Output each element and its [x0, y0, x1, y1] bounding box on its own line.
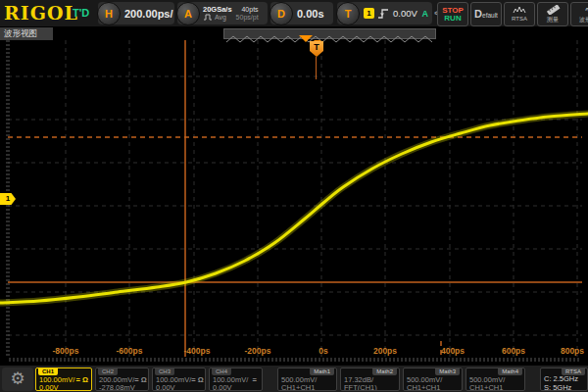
ch3-coupling-icon: =	[191, 376, 195, 384]
time-axis-label: 400ps	[441, 346, 465, 356]
waveform-draw-button[interactable]: ∿+ 波形绘制	[570, 2, 588, 26]
spectrum-icon	[513, 6, 526, 14]
stop-run-button[interactable]: STOP RUN	[437, 2, 468, 26]
memory-points: 40pts	[236, 6, 259, 14]
ch2-tab[interactable]: CH2	[98, 368, 118, 375]
time-axis-label: -800ps	[53, 346, 79, 356]
wave-plus-icon: ∿+	[585, 6, 588, 15]
delay-value: 0.00s	[297, 8, 324, 20]
run-label: RUN	[444, 15, 461, 23]
time-axis-label: 800ps	[561, 346, 584, 356]
time-axis-label: -600ps	[117, 346, 143, 356]
acq-mode: Avg	[215, 14, 226, 22]
measure-label: 测量	[547, 16, 559, 24]
trigger-position-stem	[316, 57, 317, 79]
ch3-offset: 0.00V	[156, 384, 202, 391]
math3-panel[interactable]: Math3 500.00mV/ CH1+CH1	[403, 368, 463, 391]
timebase-value: 200.00ps/	[124, 8, 173, 20]
ch1-waveform	[0, 114, 588, 303]
settings-gear-button[interactable]: ⚙	[2, 368, 33, 391]
pulse-icon	[203, 14, 213, 21]
ch2-impedance-icon: Ω	[141, 376, 147, 384]
math2-panel[interactable]: Math2 17.32dB/ FFT(CH1)	[340, 368, 400, 391]
trigger-group[interactable]: T 1 0.00V A	[337, 2, 432, 24]
ch2-panel[interactable]: CH2 200.00mV/ =Ω -278.08mV	[95, 368, 149, 391]
time-axis-label: -400ps	[184, 346, 211, 356]
ch1-tab[interactable]: CH1	[38, 368, 58, 375]
math2-expression: FFT(CH1)	[344, 384, 396, 391]
top-toolbar: RIGOL T'D H 200.00ps/ A 20GSa/s Avg 40pt…	[0, 0, 588, 27]
time-axis-label: 200ps	[373, 346, 397, 356]
ch1-impedance-icon: Ω	[82, 376, 88, 384]
default-label-small: efault	[482, 12, 498, 19]
bottom-ruler	[10, 358, 578, 362]
rtsa-label: RTSA	[512, 15, 527, 23]
math1-panel[interactable]: Math1 500.00mV/ CH1+CH1	[277, 368, 337, 391]
time-axis-label: 600ps	[502, 346, 525, 356]
math3-tab[interactable]: Math3	[435, 368, 460, 375]
ch1-waveform-glow	[0, 114, 588, 303]
math1-expression: CH1+CH1	[281, 384, 333, 391]
ch2-offset: -278.08mV	[99, 384, 145, 391]
trigger-knob[interactable]: T	[336, 2, 360, 25]
trigger-sweep-mode: A	[422, 9, 429, 19]
time-axis-label: 0s	[318, 346, 328, 356]
ch2-coupling-icon: =	[134, 376, 138, 384]
ch3-tab[interactable]: CH3	[155, 368, 174, 375]
ch3-impedance-icon: Ω	[198, 376, 204, 384]
ch4-panel[interactable]: CH4 100.00mV/ = 0.00V	[209, 368, 263, 391]
trigger-source-badge: 1	[364, 8, 374, 19]
oscilloscope-screen: RIGOL T'D H 200.00ps/ A 20GSa/s Avg 40pt…	[0, 0, 588, 392]
delay-group[interactable]: D 0.00s	[270, 2, 333, 24]
rtsa-center-freq: C: 2.5GHz	[544, 375, 578, 383]
acquisition-knob[interactable]: A	[176, 2, 200, 25]
rising-edge-icon	[377, 8, 389, 20]
horizontal-knob[interactable]: H	[97, 2, 121, 25]
ch3-panel[interactable]: CH3 100.00mV/ =Ω 0.00V	[152, 368, 206, 391]
time-axis-label: -200ps	[245, 346, 271, 356]
acquisition-group[interactable]: A 20GSa/s Avg 40pts 50ps/pt	[177, 2, 268, 24]
ruler-icon	[545, 5, 561, 15]
default-label-big: D	[474, 8, 482, 20]
ch4-offset: 0.00V	[213, 384, 259, 391]
ch4-tab[interactable]: CH4	[212, 368, 231, 375]
sample-rate: 20GSa/s	[203, 6, 232, 14]
rtsa-span: S: 5GHz	[544, 384, 584, 391]
measure-button[interactable]: 测量	[537, 2, 568, 26]
draw-label: 波形绘制	[579, 16, 588, 24]
ch1-panel[interactable]: CH1 100.00mV/ =Ω 0.00V	[35, 368, 92, 391]
math2-tab[interactable]: Math2	[372, 368, 397, 375]
delay-knob[interactable]: D	[270, 2, 293, 25]
graticule-svg[interactable]: -800ps-600ps-400ps-200ps0s200ps400ps600p…	[0, 27, 588, 365]
ch1-coupling-icon: =	[76, 376, 80, 384]
default-button[interactable]: Default	[470, 2, 502, 26]
ch4-coupling-icon: =	[253, 376, 257, 384]
sample-resolution: 50ps/pt	[236, 14, 259, 22]
ch1-offset: 0.00V	[39, 384, 88, 391]
math4-panel[interactable]: Math4 500.00mV/ CH1+CH1	[466, 368, 525, 391]
rtsa-panel[interactable]: RTSA C: 2.5GHz S: 5GHz	[540, 368, 588, 391]
rigol-logo: RIGOL	[4, 2, 78, 24]
math1-tab[interactable]: Math1	[310, 368, 334, 375]
rtsa-button[interactable]: RTSA	[504, 2, 535, 26]
math4-expression: CH1+CH1	[469, 384, 521, 391]
trigger-level-value: 0.00V	[393, 8, 417, 19]
math3-expression: CH1+CH1	[407, 384, 459, 391]
bottom-status-bar: ⚙ CH1 100.00mV/ =Ω 0.00V CH2 200.00mV/ =…	[0, 365, 588, 392]
horizontal-group[interactable]: H 200.00ps/	[98, 2, 174, 24]
trigger-status: T'D	[73, 7, 89, 19]
math4-tab[interactable]: Math4	[498, 368, 522, 375]
